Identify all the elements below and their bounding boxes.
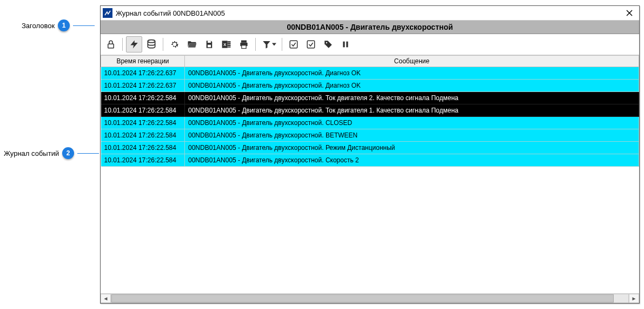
cell-message: 00NDB01AN005 - Двигатель двухскоростной.… (185, 117, 639, 129)
toolbar: X (101, 34, 639, 55)
horizontal-scrollbar[interactable]: ◄ ► (101, 293, 639, 303)
cell-message: 00NDB01AN005 - Двигатель двухскоростной.… (185, 92, 639, 104)
settings-button[interactable] (167, 36, 183, 52)
svg-marker-3 (130, 41, 138, 49)
cell-message: 00NDB01AN005 - Двигатель двухскоростной.… (185, 154, 639, 167)
scroll-left-arrow[interactable]: ◄ (101, 294, 111, 303)
svg-rect-6 (208, 45, 211, 48)
cell-time: 10.01.2024 17:26:22.584 (101, 117, 185, 129)
cell-time: 10.01.2024 17:26:22.584 (101, 129, 185, 142)
window-title: Журнал событий 00NDB01AN005 (116, 9, 225, 17)
chevron-down-icon (272, 42, 276, 47)
table-row[interactable]: 10.01.2024 17:26:22.63700NDB01AN005 - Дв… (101, 67, 639, 80)
titlebar[interactable]: Журнал событий 00NDB01AN005 (101, 6, 639, 21)
svg-point-20 (326, 42, 327, 43)
cell-time: 10.01.2024 17:26:22.637 (101, 67, 185, 80)
svg-marker-16 (263, 41, 270, 49)
callout-events-bubble: 2 (62, 147, 74, 159)
toolbar-separator (163, 38, 163, 51)
page-title: 00NDB01AN005 - Двигатель двухскоростной (101, 21, 639, 34)
close-icon (626, 10, 633, 16)
check-selection-button[interactable] (303, 36, 319, 52)
print-icon (238, 39, 249, 50)
excel-icon: X (221, 39, 232, 50)
check-all-button[interactable] (286, 36, 302, 52)
flash-button[interactable] (126, 36, 142, 52)
cell-message: 00NDB01AN005 - Двигатель двухскоростной.… (185, 80, 639, 92)
filter-button[interactable] (259, 36, 278, 52)
save-button[interactable] (201, 36, 217, 52)
table-row[interactable]: 10.01.2024 17:26:22.58400NDB01AN005 - Дв… (101, 92, 639, 104)
svg-rect-9 (228, 41, 231, 43)
column-header-message[interactable]: Сообщение (185, 56, 639, 67)
cell-time: 10.01.2024 17:26:22.584 (101, 142, 185, 154)
svg-rect-5 (208, 41, 211, 43)
pause-icon (341, 40, 350, 49)
lock-icon (106, 40, 116, 49)
svg-rect-21 (343, 42, 344, 48)
svg-text:X: X (223, 42, 226, 47)
table-row[interactable]: 10.01.2024 17:26:22.58400NDB01AN005 - Дв… (101, 104, 639, 117)
toolbar-separator (255, 38, 256, 51)
svg-rect-22 (346, 42, 348, 48)
callout-header: Заголовок 1 (22, 19, 95, 31)
table-row[interactable]: 10.01.2024 17:26:22.63700NDB01AN005 - Дв… (101, 80, 639, 92)
cell-time: 10.01.2024 17:26:22.584 (101, 104, 185, 117)
flash-icon (129, 40, 139, 49)
export-excel-button[interactable]: X (218, 36, 235, 52)
cell-time: 10.01.2024 17:26:22.584 (101, 92, 185, 104)
database-icon (146, 39, 157, 50)
table-row[interactable]: 10.01.2024 17:26:22.58400NDB01AN005 - Дв… (101, 142, 639, 154)
lock-button[interactable] (103, 36, 119, 52)
svg-rect-12 (228, 47, 231, 48)
svg-rect-13 (241, 41, 247, 43)
open-folder-button[interactable] (184, 36, 200, 52)
callout-events: Журнал событий 2 (4, 147, 99, 159)
cell-time: 10.01.2024 17:26:22.584 (101, 154, 185, 167)
callout-leadline (77, 153, 99, 154)
tag-icon (323, 40, 333, 49)
cell-time: 10.01.2024 17:26:22.637 (101, 80, 185, 92)
cell-message: 00NDB01AN005 - Двигатель двухскоростной.… (185, 129, 639, 142)
close-button[interactable] (622, 7, 637, 19)
print-button[interactable] (236, 36, 252, 52)
folder-icon (187, 39, 197, 50)
database-button[interactable] (143, 36, 160, 52)
tag-button[interactable] (320, 36, 336, 52)
cell-message: 00NDB01AN005 - Двигатель двухскоростной.… (185, 104, 639, 117)
checkbox-checked-icon (306, 40, 316, 49)
callout-leadline (73, 25, 95, 26)
column-header-time[interactable]: Время генерации (101, 56, 185, 67)
svg-rect-15 (242, 45, 246, 49)
event-grid: Время генерации Сообщение 10.01.2024 17:… (101, 55, 639, 293)
scroll-track[interactable] (111, 294, 629, 303)
table-header-row: Время генерации Сообщение (101, 56, 639, 67)
save-icon (204, 40, 214, 49)
svg-rect-2 (108, 44, 114, 48)
checkbox-checked-icon (289, 40, 298, 49)
pause-button[interactable] (337, 36, 354, 52)
svg-point-4 (148, 40, 155, 43)
table-row[interactable]: 10.01.2024 17:26:22.58400NDB01AN005 - Дв… (101, 154, 639, 167)
scroll-right-arrow[interactable]: ► (629, 294, 639, 303)
svg-marker-17 (272, 43, 276, 46)
table-row[interactable]: 10.01.2024 17:26:22.58400NDB01AN005 - Дв… (101, 129, 639, 142)
toolbar-separator (282, 38, 282, 51)
svg-rect-10 (228, 43, 231, 45)
table-row[interactable]: 10.01.2024 17:26:22.58400NDB01AN005 - Дв… (101, 117, 639, 129)
svg-rect-19 (307, 41, 315, 48)
svg-rect-11 (228, 45, 231, 47)
toolbar-separator (122, 38, 123, 51)
cell-message: 00NDB01AN005 - Двигатель двухскоростной.… (185, 67, 639, 80)
callout-events-label: Журнал событий (4, 149, 59, 157)
callout-header-bubble: 1 (58, 19, 70, 31)
cell-message: 00NDB01AN005 - Двигатель двухскоростной.… (185, 142, 639, 154)
callout-header-label: Заголовок (22, 22, 55, 30)
app-icon (103, 8, 112, 18)
scroll-thumb[interactable] (111, 294, 614, 303)
svg-rect-18 (290, 41, 297, 48)
filter-icon (262, 40, 271, 49)
event-log-window: Журнал событий 00NDB01AN005 00NDB01AN005… (100, 5, 640, 304)
gear-icon (169, 39, 180, 50)
